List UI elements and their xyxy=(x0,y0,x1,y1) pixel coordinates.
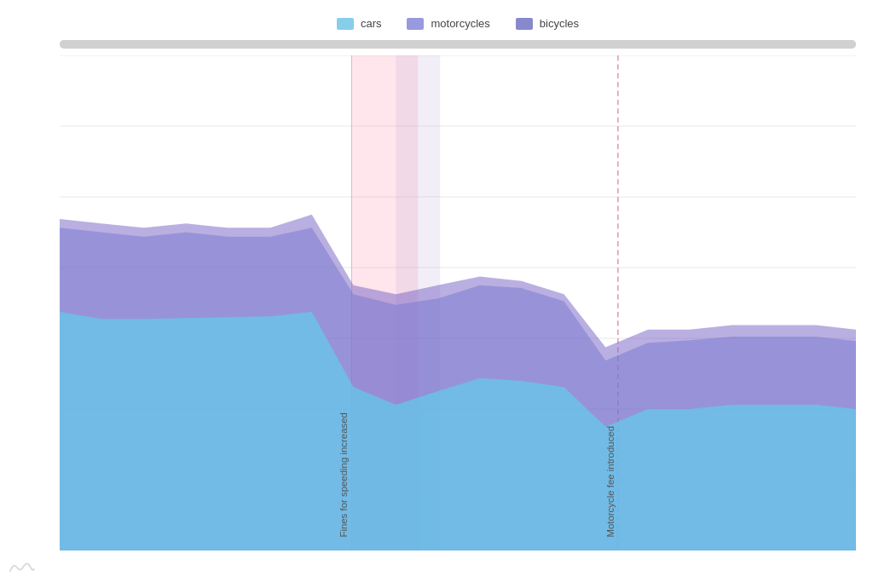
annotation-text-motorcyclefee: Motorcycle fee introduced xyxy=(605,426,616,538)
chart-area: 3,000 2,500 2,000 1,500 1,000 500 0 1996… xyxy=(60,55,856,551)
legend-swatch-motorcycles xyxy=(407,18,424,30)
chart-container: cars motorcycles bicycles xyxy=(0,0,873,588)
legend-label-bicycles: bicycles xyxy=(540,17,579,30)
legend-label-cars: cars xyxy=(361,17,382,30)
legend-swatch-cars xyxy=(337,18,354,30)
legend-item-bicycles: bicycles xyxy=(516,17,579,30)
legend-label-motorcycles: motorcycles xyxy=(431,17,489,30)
legend-item-motorcycles: motorcycles xyxy=(407,17,489,30)
chart-legend: cars motorcycles bicycles xyxy=(60,17,856,30)
legend-swatch-bicycles xyxy=(516,18,533,30)
main-chart-svg: 3,000 2,500 2,000 1,500 1,000 500 0 1996… xyxy=(60,55,856,551)
scrollbar-thumb[interactable] xyxy=(60,40,856,49)
legend-item-cars: cars xyxy=(337,17,382,30)
watermark xyxy=(9,559,36,579)
annotation-text-speeding: Fines for speeding increased xyxy=(338,412,349,537)
chart-scrollbar[interactable] xyxy=(60,40,856,49)
